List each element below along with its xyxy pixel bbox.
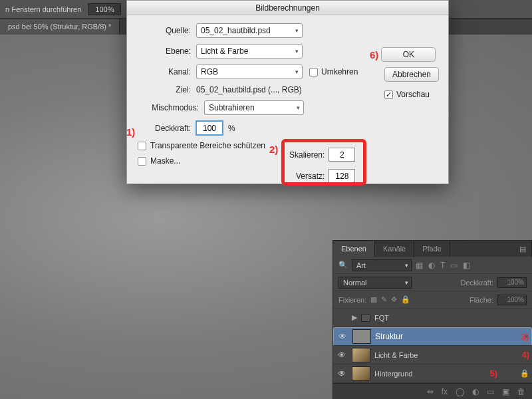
layer-label: Ebene: [138, 47, 196, 56]
annotation-3: 3) [521, 332, 529, 342]
fill-label: Fläche: [469, 296, 493, 304]
folder-icon [361, 314, 370, 322]
zoom-input[interactable] [88, 3, 121, 15]
layer-style-icon[interactable]: fx [442, 387, 448, 396]
tab-paths[interactable]: Pfade [414, 241, 450, 257]
layer-select[interactable]: Licht & Farbe [196, 44, 303, 59]
blend-mode-select[interactable]: Normal [338, 277, 412, 289]
annotation-6: 6) [370, 49, 378, 61]
link-layers-icon[interactable]: ⇔ [427, 387, 434, 396]
annotation-4: 4) [521, 350, 529, 360]
panel-menu-icon[interactable]: ▤ [514, 241, 532, 257]
layers-footer: ⇔ fx ◯ ◐ ▭ ▣ 🗑 [333, 383, 532, 399]
opacity-panel-input[interactable] [497, 277, 527, 288]
layer-row-struktur[interactable]: 👁 Struktur 3) [333, 327, 532, 346]
opacity-input[interactable] [196, 121, 223, 135]
layer-mask-icon[interactable]: ◯ [456, 387, 464, 396]
opacity-label: Deckkraft: [138, 124, 196, 133]
source-label: Quelle: [138, 26, 196, 35]
dialog-title: Bildberechnungen [127, 1, 448, 15]
layer-row-licht[interactable]: 👁 Licht & Farbe 4) [333, 346, 532, 364]
lock-transparency-icon[interactable]: ▩ [370, 295, 377, 304]
layer-group-row[interactable]: ▶ FQT [333, 309, 532, 327]
lock-icon: 🔒 [520, 369, 529, 378]
new-group-icon[interactable]: ▭ [487, 387, 494, 396]
filter-type-icon[interactable]: T [440, 261, 445, 270]
delete-layer-icon[interactable]: 🗑 [517, 387, 525, 396]
fill-input[interactable] [497, 295, 527, 305]
visibility-toggle[interactable]: 👁 [336, 350, 348, 360]
layer-name: Licht & Farbe [374, 351, 517, 359]
layer-thumb [352, 348, 370, 362]
lock-pixels-icon[interactable]: ✎ [381, 295, 387, 304]
tab-channels[interactable]: Kanäle [375, 241, 414, 257]
layer-thumb [352, 366, 370, 381]
preview-label: Vorschau [396, 90, 430, 99]
mask-checkbox[interactable] [138, 157, 146, 166]
channel-label: Kanal: [138, 67, 196, 76]
opacity-panel-label: Deckkraft: [460, 279, 493, 287]
layer-name: Hintergrund [374, 370, 485, 378]
annotation-5: 5) [489, 368, 497, 378]
preview-checkbox[interactable] [384, 90, 393, 99]
apply-image-dialog: Bildberechnungen Quelle: 05_02_hautbild.… [126, 0, 449, 184]
disclosure-icon[interactable]: ▶ [352, 313, 357, 322]
lock-all-icon[interactable]: 🔒 [401, 295, 410, 304]
channel-select[interactable]: RGB [196, 65, 303, 79]
lock-label: Fixieren: [338, 296, 366, 304]
invert-checkbox[interactable] [309, 68, 318, 76]
opacity-unit: % [228, 124, 235, 133]
layer-thumb [352, 329, 371, 344]
mask-label: Maske... [150, 156, 180, 166]
visibility-toggle[interactable]: 👁 [336, 332, 348, 341]
preserve-transparency-checkbox[interactable] [138, 142, 146, 150]
preserve-transparency-label: Transparente Bereiche schützen [150, 141, 265, 150]
new-layer-icon[interactable]: ▣ [502, 387, 509, 396]
invert-label: Umkehren [321, 67, 358, 76]
filter-kind-select[interactable]: Art [352, 259, 412, 271]
target-value: 05_02_hautbild.psd (..., RGB) [196, 85, 302, 94]
search-icon: 🔍 [338, 261, 348, 269]
annotation-2: 2) [269, 144, 278, 155]
filter-pixel-icon[interactable]: ▦ [416, 261, 423, 270]
filter-adjust-icon[interactable]: ◐ [428, 261, 435, 270]
layers-list: ▶ FQT 👁 Struktur 3) 👁 Licht & Farbe 4) 👁… [333, 309, 532, 383]
cancel-button[interactable]: Abbrechen [384, 67, 439, 82]
adjustment-layer-icon[interactable]: ◐ [472, 387, 479, 396]
target-label: Ziel: [138, 85, 196, 94]
option-label: n Fenstern durchführen [5, 5, 81, 13]
layer-name: Struktur [375, 332, 517, 341]
filter-shape-icon[interactable]: ▭ [450, 261, 458, 270]
document-tab[interactable]: psd bei 50% (Struktur, RGB/8) * [0, 19, 120, 35]
ok-button[interactable]: OK [381, 47, 436, 62]
visibility-toggle[interactable]: 👁 [336, 369, 348, 378]
layer-name: FQT [374, 314, 529, 322]
source-select[interactable]: 05_02_hautbild.psd [196, 23, 303, 38]
blending-label: Mischmodus: [138, 103, 204, 112]
blending-select[interactable]: Subtrahieren [204, 100, 304, 115]
layers-panel: Ebenen Kanäle Pfade ▤ 🔍 Art ▦ ◐ T ▭ ◧ No… [332, 240, 532, 399]
highlight-box [281, 139, 366, 186]
filter-smart-icon[interactable]: ◧ [463, 261, 470, 270]
layer-row-hintergrund[interactable]: 👁 Hintergrund 5) 🔒 [333, 364, 532, 383]
lock-position-icon[interactable]: ✥ [391, 295, 397, 304]
tab-layers[interactable]: Ebenen [333, 241, 375, 257]
annotation-1: 1) [126, 126, 135, 138]
